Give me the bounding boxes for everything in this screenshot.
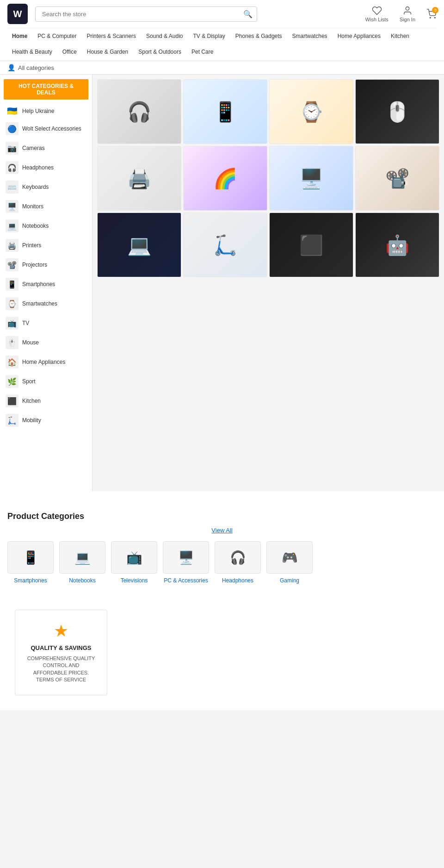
sidebar-item-kitchen-label: Kitchen [22, 398, 41, 404]
wolt-icon: 🔵 [6, 122, 18, 135]
product-cell-robot[interactable]: 🤖 [355, 212, 439, 277]
product-cell-headphones[interactable]: 🎧 [97, 79, 181, 144]
svg-point-1 [430, 17, 431, 18]
sidebar-item-cameras[interactable]: 📷 Cameras [0, 138, 92, 158]
notebooks-category-label: Notebooks [69, 577, 95, 584]
sidebar-item-ukraine[interactable]: 🇺🇦 Help Ukraine [0, 103, 92, 119]
nav-item-home[interactable]: Home [7, 30, 32, 42]
category-card-pc[interactable]: 🖥️ PC & Accessories [163, 541, 209, 584]
pc-category-label: PC & Accessories [164, 577, 208, 584]
sidebar-item-mobility-label: Mobility [22, 417, 41, 424]
category-card-gaming[interactable]: 🎮 Gaming [266, 541, 313, 584]
header-actions: Wish Lists Sign In 0 [365, 6, 437, 22]
category-card-smartphones[interactable]: 📱 Smartphones [7, 541, 54, 584]
cart-button[interactable]: 0 [426, 9, 437, 19]
phone-product-icon: 📱 [213, 100, 237, 123]
sidebar-item-home-appliances[interactable]: 🏠 Home Appliances [0, 352, 92, 372]
sidebar-item-home-appliances-label: Home Appliances [22, 359, 65, 365]
product-cell-watch[interactable]: ⌚ [269, 79, 353, 144]
logo[interactable]: W [7, 4, 28, 24]
sidebar-item-tv-label: TV [22, 320, 29, 326]
smartphone-icon: 📱 [6, 278, 18, 291]
sidebar-item-keyboards-label: Keyboards [22, 184, 49, 190]
product-cell-monitor[interactable]: 🖥️ [269, 146, 353, 211]
search-icon[interactable]: 🔍 [243, 10, 253, 19]
nav-item-printers[interactable]: Printers & Scanners [82, 30, 141, 42]
all-categories-bar[interactable]: 👤 All categories [0, 61, 444, 75]
sidebar-item-printers[interactable]: 🖨️ Printers [0, 236, 92, 255]
nav-item-house[interactable]: House & Garden [82, 46, 133, 58]
svg-point-0 [406, 7, 409, 10]
gaming-category-img: 🎮 [266, 541, 313, 574]
product-cell-tv[interactable]: 🌈 [183, 146, 267, 211]
projector-icon: 📽️ [6, 258, 18, 271]
nav-item-home-appliances[interactable]: Home Appliances [333, 30, 385, 42]
tv-icon: 📺 [6, 317, 18, 330]
product-categories-section: Product Categories View All 📱 Smartphone… [0, 500, 444, 595]
monitor-product-icon: 🖥️ [299, 167, 323, 190]
sidebar-item-kitchen[interactable]: ⬛ Kitchen [0, 391, 92, 411]
view-all-link[interactable]: View All [7, 527, 437, 534]
nav-item-phones[interactable]: Phones & Gadgets [231, 30, 287, 42]
sidebar-item-wolt[interactable]: 🔵 Wolt Select Accessories [0, 119, 92, 138]
product-cell-laptop[interactable]: 💻 [97, 212, 181, 277]
sidebar-item-headphones[interactable]: 🎧 Headphones [0, 158, 92, 177]
nav-item-smartwatches[interactable]: Smartwatches [288, 30, 332, 42]
nav-primary: Home PC & Computer Printers & Scanners S… [7, 28, 437, 44]
sidebar-item-notebooks[interactable]: 💻 Notebooks [0, 216, 92, 236]
ukraine-flag-icon: 🇺🇦 [6, 106, 18, 116]
sidebar-item-smartphones[interactable]: 📱 Smartphones [0, 275, 92, 294]
svg-point-2 [434, 17, 435, 18]
nav-item-sound[interactable]: Sound & Audio [142, 30, 187, 42]
monitor-icon: 🖥️ [6, 200, 18, 213]
product-cell-printer[interactable]: 🖨️ [97, 146, 181, 211]
product-cell-blackbox[interactable]: ⬛ [269, 212, 353, 277]
sidebar-item-headphones-label: Headphones [22, 164, 54, 171]
nav-item-tv[interactable]: TV & Display [189, 30, 230, 42]
kitchen-icon: ⬛ [6, 394, 18, 407]
search-input[interactable] [35, 6, 257, 22]
scooter-product-icon: 🛴 [213, 234, 237, 256]
product-row-2: 🖨️ 🌈 🖥️ 📽️ [97, 146, 439, 211]
category-card-headphones[interactable]: 🎧 Headphones [215, 541, 261, 584]
sidebar-hot-categories[interactable]: HOT CATEGORIES & DEALS [4, 79, 88, 100]
sidebar-item-monitors[interactable]: 🖥️ Monitors [0, 197, 92, 216]
nav-item-health[interactable]: Health & Beauty [7, 46, 57, 58]
nav-secondary: Health & Beauty Office House & Garden Sp… [7, 44, 437, 61]
sidebar-item-keyboards[interactable]: ⌨️ Keyboards [0, 177, 92, 197]
sidebar-item-projectors[interactable]: 📽️ Projectors [0, 255, 92, 275]
product-cell-mouse[interactable]: 🖱️ [355, 79, 439, 144]
category-card-televisions[interactable]: 📺 Televisions [111, 541, 157, 584]
nav-item-pet[interactable]: Pet Care [187, 46, 218, 58]
sidebar-item-tv[interactable]: 📺 TV [0, 313, 92, 333]
mouse-product-icon: 🖱️ [385, 100, 409, 123]
nav-item-sport[interactable]: Sport & Outdoors [134, 46, 186, 58]
all-categories-label: All categories [18, 64, 54, 71]
projector-product-icon: 📽️ [385, 167, 409, 190]
nav-item-pc[interactable]: PC & Computer [33, 30, 81, 42]
nav-item-kitchen[interactable]: Kitchen [386, 30, 414, 42]
sidebar: HOT CATEGORIES & DEALS 🇺🇦 Help Ukraine 🔵… [0, 75, 92, 491]
category-card-notebooks[interactable]: 💻 Notebooks [59, 541, 105, 584]
product-cell-phone[interactable]: 📱 [183, 79, 267, 144]
laptop-product-icon: 💻 [127, 234, 151, 256]
sidebar-item-mobility[interactable]: 🛴 Mobility [0, 411, 92, 430]
smartphones-category-img: 📱 [7, 541, 54, 574]
tv-product-icon: 🌈 [213, 167, 237, 190]
wish-lists-button[interactable]: Wish Lists [365, 6, 388, 22]
sidebar-item-smartwatches[interactable]: ⌚ Smartwatches [0, 294, 92, 313]
product-row-3: 💻 🛴 ⬛ 🤖 [97, 212, 439, 277]
nav-item-office[interactable]: Office [58, 46, 81, 58]
headphones-category-label: Headphones [222, 577, 253, 584]
product-cell-projector[interactable]: 📽️ [355, 146, 439, 211]
mouse-icon: 🖱️ [6, 336, 18, 349]
printer-icon: 🖨️ [6, 239, 18, 252]
product-cell-scooter[interactable]: 🛴 [183, 212, 267, 277]
quality-section-wrapper: ★ QUALITY & SAVINGS COMPREHENSIVE QUALIT… [0, 595, 444, 710]
sidebar-item-sport[interactable]: 🌿 Sport [0, 372, 92, 391]
sidebar-item-mouse[interactable]: 🖱️ Mouse [0, 333, 92, 352]
person-icon: 👤 [7, 64, 15, 71]
sign-in-button[interactable]: Sign In [400, 6, 415, 22]
header: W 🔍 Wish Lists Sign In [0, 0, 444, 61]
gaming-category-label: Gaming [280, 577, 299, 584]
